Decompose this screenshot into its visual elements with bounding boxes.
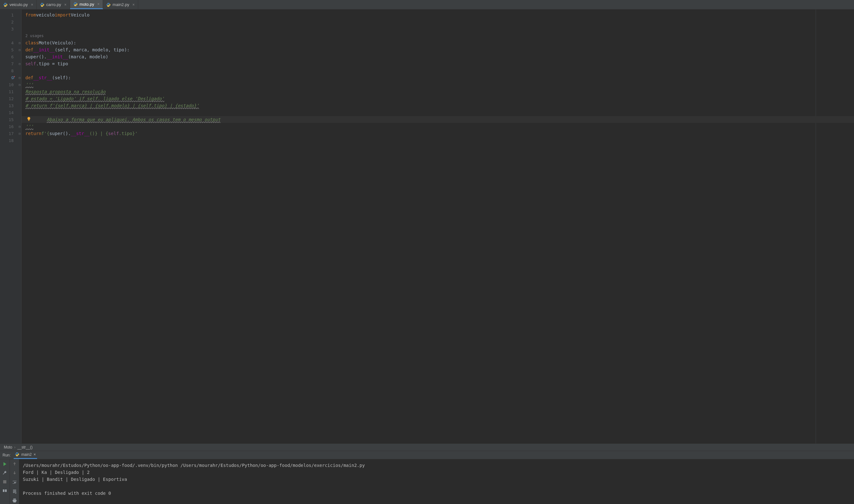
console-line: Ford | Ka | Desligado | 2: [23, 470, 90, 475]
override-marker-icon[interactable]: [12, 76, 15, 79]
python-file-icon: [40, 2, 44, 7]
run-panel: /Users/mourahr/Estudos/Python/oo-app-foo…: [0, 459, 854, 504]
line-number: 12: [8, 96, 14, 101]
breadcrumb-bar[interactable]: Moto › __str__(): [0, 444, 854, 451]
line-number: 2: [11, 20, 14, 24]
line-number: 11: [8, 89, 14, 94]
breadcrumb-method[interactable]: __str__(): [17, 445, 33, 449]
line-number: 3: [11, 26, 14, 31]
breadcrumb-class[interactable]: Moto: [4, 445, 12, 449]
tab-main2[interactable]: main2.py ×: [103, 0, 138, 9]
run-toolbar-left: [0, 459, 10, 504]
line-number: 7: [11, 61, 14, 66]
editor-tabs-bar: veiculo.py × carro.py × moto.py × main2.…: [0, 0, 854, 10]
line-number: 17: [8, 131, 14, 136]
close-icon[interactable]: ×: [96, 2, 99, 6]
line-number: 5: [11, 48, 14, 52]
fold-end-icon[interactable]: ⊟: [19, 125, 21, 128]
close-icon[interactable]: ×: [131, 2, 135, 7]
console-line: Process finished with exit code 0: [23, 491, 111, 496]
tab-label: moto.py: [79, 2, 94, 7]
arrow-up-icon[interactable]: [12, 461, 17, 467]
tab-moto[interactable]: moto.py ×: [70, 0, 103, 9]
usages-hint[interactable]: 2 usages: [25, 34, 44, 38]
fold-end-icon[interactable]: ⊟: [19, 132, 21, 136]
soft-wrap-icon[interactable]: [12, 480, 17, 486]
python-file-icon: [106, 2, 111, 7]
tab-carro[interactable]: carro.py ×: [37, 0, 70, 9]
line-number: 14: [8, 110, 14, 115]
layout-icon[interactable]: [2, 488, 7, 493]
console-output[interactable]: /Users/mourahr/Estudos/Python/oo-app-foo…: [19, 459, 854, 504]
run-toolbar-actions: [10, 459, 19, 504]
line-number: 8: [11, 69, 14, 73]
tab-label: veiculo.py: [10, 2, 28, 7]
debug-settings-icon[interactable]: [2, 470, 7, 476]
arrow-down-icon[interactable]: [12, 470, 17, 476]
line-number: 15: [8, 117, 14, 122]
line-number: 16: [8, 124, 14, 129]
line-number: 1: [11, 13, 14, 17]
tab-label: main2.py: [112, 2, 129, 7]
code-editor[interactable]: from veiculo import Veiculo 2 usages cla…: [21, 10, 854, 444]
line-number: 10: [8, 83, 14, 87]
fold-icon[interactable]: ⊟: [19, 48, 21, 52]
line-number: 18: [8, 138, 14, 143]
right-margin-line: [816, 10, 816, 444]
close-icon[interactable]: ×: [34, 452, 36, 457]
fold-icon[interactable]: ⊟: [19, 83, 21, 87]
scroll-to-end-icon[interactable]: [12, 489, 17, 495]
run-tool-window-header: Run: main2 ×: [0, 451, 854, 459]
line-number: 6: [11, 55, 14, 59]
line-gutter[interactable]: 1 2 3 . 4⊟ 5⊟ 6 7⊟ 8 9 ⊟ 10⊟ 11 12 13 14…: [0, 10, 21, 444]
console-line: /Users/mourahr/Estudos/Python/oo-app-foo…: [23, 463, 365, 468]
python-file-icon: [15, 452, 19, 457]
python-file-icon: [73, 2, 78, 6]
rerun-icon[interactable]: [2, 461, 7, 467]
breadcrumb-separator-icon: ›: [14, 445, 16, 449]
print-icon[interactable]: [12, 498, 17, 504]
fold-end-icon[interactable]: ⊟: [19, 62, 21, 66]
tab-veiculo[interactable]: veiculo.py ×: [0, 0, 37, 9]
run-tab-label: main2: [21, 452, 32, 457]
python-file-icon: [3, 2, 7, 7]
line-number: 13: [8, 103, 14, 108]
run-tab-main2[interactable]: main2 ×: [14, 451, 37, 459]
run-label: Run:: [2, 453, 11, 457]
editor-area: 1 2 3 . 4⊟ 5⊟ 6 7⊟ 8 9 ⊟ 10⊟ 11 12 13 14…: [0, 10, 854, 444]
console-line: Suzuki | Bandit | Desligado | Esportiva: [23, 477, 127, 482]
tab-label: carro.py: [46, 2, 61, 7]
intention-bulb-icon[interactable]: [26, 116, 31, 123]
line-number: 4: [11, 40, 14, 45]
stop-icon[interactable]: [2, 479, 7, 485]
close-icon[interactable]: ×: [63, 2, 67, 7]
fold-icon[interactable]: ⊟: [19, 76, 21, 79]
close-icon[interactable]: ×: [30, 2, 33, 7]
fold-icon[interactable]: ⊟: [19, 41, 21, 45]
